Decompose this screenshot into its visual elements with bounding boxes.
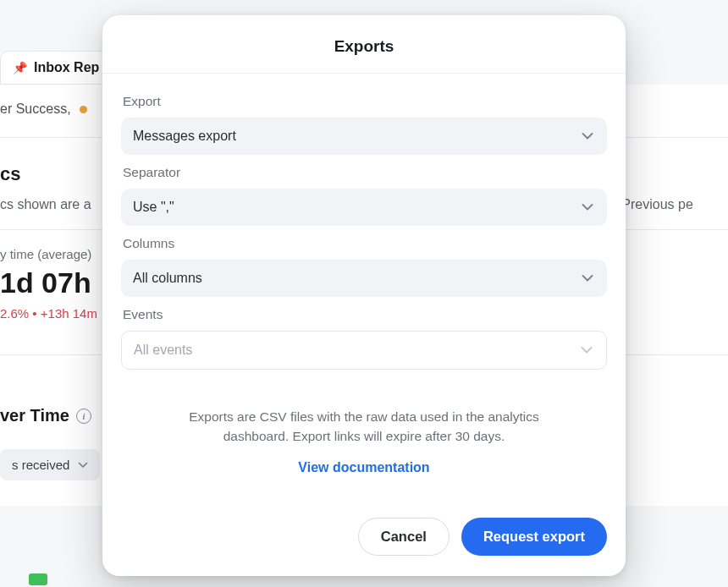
select-value: All columns: [133, 271, 202, 285]
filter-fragment: er Success,: [0, 101, 71, 117]
chart-legend-swatch: [29, 573, 47, 585]
request-export-button[interactable]: Request export: [461, 518, 607, 556]
select-value: Use ",": [133, 200, 174, 214]
field-label-export: Export: [123, 94, 605, 109]
pin-icon: 📌: [13, 61, 27, 74]
info-icon[interactable]: i: [76, 409, 91, 424]
export-type-select[interactable]: Messages export: [121, 118, 607, 155]
chevron-down-icon: [582, 133, 593, 140]
tab-inbox-report[interactable]: 📌 Inbox Rep: [0, 51, 112, 85]
metric-reply-time: y time (average) 1d 07h 2.6% • +13h 14m: [0, 247, 97, 321]
chevron-down-icon: [581, 347, 593, 354]
field-label-events: Events: [123, 307, 605, 322]
cancel-button[interactable]: Cancel: [358, 518, 449, 556]
select-placeholder: All events: [134, 343, 192, 357]
status-dot-icon: [80, 106, 87, 113]
chevron-down-icon: [582, 204, 593, 211]
modal-title: Exports: [119, 37, 609, 56]
chevron-down-icon: [582, 275, 593, 283]
modal-header: Exports: [102, 15, 626, 74]
columns-select[interactable]: All columns: [121, 260, 607, 297]
section-sub-left: cs shown are a: [0, 197, 91, 211]
chevron-down-icon: [78, 462, 88, 469]
export-info-text: Exports are CSV files with the raw data …: [121, 370, 607, 447]
field-label-columns: Columns: [123, 236, 605, 251]
exports-modal: Exports Export Messages export Separator…: [102, 15, 626, 576]
overtime-metric-select[interactable]: s received: [0, 449, 100, 480]
field-label-separator: Separator: [123, 165, 605, 180]
overtime-heading: ver Time: [0, 406, 69, 425]
separator-select[interactable]: Use ",": [121, 189, 607, 226]
select-value: Messages export: [133, 129, 236, 143]
dropdown-value: s received: [12, 458, 69, 472]
view-documentation-link[interactable]: View documentation: [121, 460, 607, 475]
metric-delta: 2.6% • +13h 14m: [0, 306, 97, 321]
metric-label: y time (average): [0, 247, 97, 261]
tab-label: Inbox Rep: [34, 60, 99, 75]
events-select[interactable]: All events: [121, 331, 607, 370]
metric-value: 1d 07h: [0, 266, 97, 299]
